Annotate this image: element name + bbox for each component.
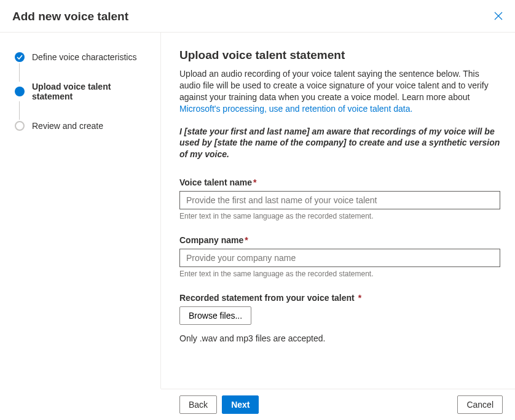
back-button[interactable]: Back — [179, 395, 217, 414]
learn-more-link[interactable]: Microsoft's processing, use and retentio… — [179, 104, 412, 114]
dialog-body: Define voice characteristics Upload voic… — [0, 33, 515, 389]
next-button[interactable]: Next — [222, 395, 259, 414]
voice-talent-name-input[interactable] — [179, 191, 500, 209]
file-type-hint: Only .wav and mp3 files are accepted. — [179, 333, 500, 343]
page-heading: Upload voice talent statement — [179, 49, 500, 62]
required-indicator: * — [253, 177, 256, 187]
step-label: Define voice characteristics — [32, 52, 136, 62]
company-name-hint: Enter text in the same language as the r… — [179, 270, 500, 278]
wizard-steps-sidebar: Define voice characteristics Upload voic… — [0, 33, 161, 389]
recorded-statement-label: Recorded statement from your voice talen… — [179, 293, 500, 303]
step-connector — [19, 101, 20, 120]
main-scroll-region[interactable]: Upload voice talent statement Upload an … — [161, 33, 515, 389]
main-panel: Upload voice talent statement Upload an … — [161, 33, 515, 389]
dialog-header: Add new voice talent — [0, 0, 515, 33]
dialog-footer: Back Next Cancel — [161, 389, 515, 420]
company-name-input[interactable] — [179, 249, 500, 267]
voice-talent-name-field: Voice talent name* Enter text in the sam… — [179, 177, 500, 220]
voice-talent-name-hint: Enter text in the same language as the r… — [179, 212, 500, 220]
intro-text: Upload an audio recording of your voice … — [179, 68, 500, 115]
company-name-field: Company name* Enter text in the same lan… — [179, 235, 500, 278]
company-name-label: Company name* — [179, 235, 500, 245]
close-button[interactable] — [494, 12, 503, 22]
checkmark-icon — [15, 52, 25, 62]
step-connector — [19, 63, 20, 82]
browse-files-button[interactable]: Browse files... — [179, 306, 251, 325]
statement-script: I [state your first and last name] am aw… — [179, 126, 500, 161]
step-label: Upload voice talent statement — [32, 82, 148, 101]
intro-prefix: Upload an audio recording of your voice … — [179, 69, 489, 102]
current-step-icon — [15, 87, 25, 96]
recorded-statement-field: Recorded statement from your voice talen… — [179, 293, 500, 343]
close-icon — [494, 12, 503, 20]
cancel-button[interactable]: Cancel — [457, 395, 503, 414]
step-label: Review and create — [32, 121, 103, 131]
step-define-characteristics[interactable]: Define voice characteristics — [15, 51, 148, 63]
step-review-create[interactable]: Review and create — [15, 120, 148, 132]
step-upload-statement[interactable]: Upload voice talent statement — [15, 82, 148, 101]
voice-talent-name-label: Voice talent name* — [179, 177, 500, 187]
dialog-title: Add new voice talent — [12, 10, 128, 23]
pending-step-icon — [15, 121, 25, 131]
required-indicator: * — [358, 293, 361, 303]
add-voice-talent-dialog: Add new voice talent Define voice charac… — [0, 0, 515, 420]
required-indicator: * — [245, 235, 248, 245]
